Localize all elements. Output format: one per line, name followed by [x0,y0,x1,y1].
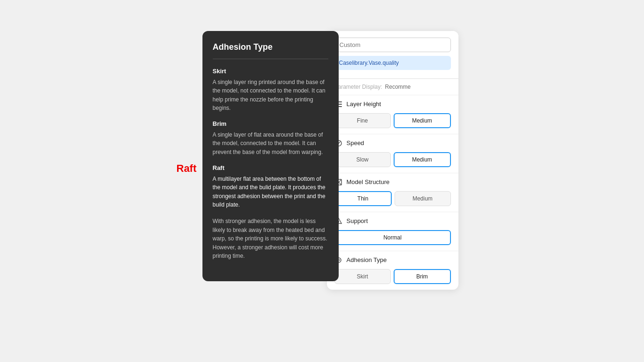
param-display-value: Recomme [385,84,411,90]
tooltip-brim-heading: Brim [213,120,328,127]
tooltip-raft-text: A multilayer flat area between the botto… [213,175,328,209]
layer-height-header: Layer Height [334,100,451,108]
adhesion-type-section: Adhesion Type Skirt Brim [327,251,458,290]
adhesion-type-header: Adhesion Type [334,256,451,264]
layer-height-medium[interactable]: Medium [394,113,451,128]
custom-input[interactable] [334,38,451,52]
support-title: Support [347,217,368,224]
layer-height-title: Layer Height [347,100,381,108]
tooltip-title: Adhesion Type [213,42,328,52]
tooltip-divider [213,59,328,59]
tooltip-raft-heading: Raft [213,164,328,171]
speed-slow[interactable]: Slow [334,152,391,167]
model-structure-section: Model Structure Thin Medium [327,173,458,212]
support-options: Normal [334,230,451,245]
quality-row: Caselibrary.Vase.quality [334,56,451,70]
tooltip-panel: Adhesion Type Skirt A single layer ring … [202,31,339,282]
speed-medium[interactable]: Medium [394,152,451,167]
model-structure-header: Model Structure [334,178,451,186]
param-display-row: Parameter Display: Recomme [327,79,458,95]
model-structure-title: Model Structure [347,178,390,185]
tooltip-skirt-text: A single layer ring printed around the b… [213,78,328,113]
tooltip-skirt-heading: Skirt [213,68,328,75]
tooltip-raft-extra: With stronger adhesion, the model is les… [213,217,328,261]
param-display-label: Parameter Display: [334,84,382,90]
model-structure-thin[interactable]: Thin [334,191,392,206]
tooltip-brim-text: A single layer of flat area around the b… [213,131,328,157]
model-structure-options: Thin Medium [334,191,451,206]
model-structure-medium[interactable]: Medium [395,191,451,206]
settings-panel: Caselibrary.Vase.quality Parameter Displ… [327,31,458,290]
adhesion-type-title: Adhesion Type [347,256,387,263]
raft-label: Raft [177,162,197,175]
layer-height-section: Layer Height Fine Medium [327,95,458,134]
adhesion-skirt[interactable]: Skirt [334,269,391,284]
settings-top: Caselibrary.Vase.quality [327,31,458,78]
layer-height-options: Fine Medium [334,113,451,128]
speed-section: Speed Slow Medium [327,134,458,173]
support-normal[interactable]: Normal [334,230,451,245]
adhesion-type-options: Skirt Brim [334,269,451,284]
support-section: Support Normal [327,212,458,251]
speed-title: Speed [347,139,365,146]
scene: Raft Adhesion Type Skirt A single layer … [177,17,468,346]
layer-height-fine[interactable]: Fine [334,113,391,128]
speed-options: Slow Medium [334,152,451,167]
support-header: Support [334,217,451,225]
adhesion-brim[interactable]: Brim [394,269,451,284]
speed-header: Speed [334,139,451,147]
